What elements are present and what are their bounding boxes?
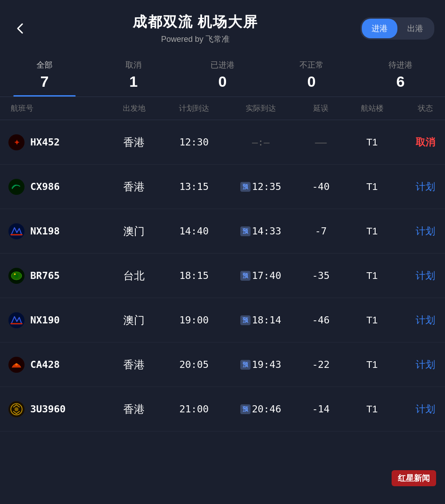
col-delay: 延误 [296,103,345,113]
flight-number-cell: ✦ HX452 [7,133,105,152]
flight-planned: 18:15 [163,270,225,281]
flight-delay: -40 [296,181,345,192]
pre-badge: 预 [240,182,251,192]
flight-status: 取消 [399,136,445,149]
flight-actual: —:— [225,137,296,148]
flight-number: NX198 [30,226,60,237]
pre-badge: 预 [240,226,251,236]
flight-planned: 21:00 [163,403,225,415]
stat-pending[interactable]: 待进港 6 [356,60,445,97]
flight-terminal: T1 [345,181,399,193]
col-actual: 实际到达 [225,103,296,113]
stat-arrived-value: 0 [178,73,267,90]
flight-terminal: T1 [345,403,399,415]
flight-delay: -46 [296,314,345,326]
flight-terminal: T1 [345,270,399,282]
pre-badge: 预 [240,315,251,325]
flight-status: 计划 [399,403,445,416]
flight-origin: 台北 [105,269,163,283]
svg-text:✦: ✦ [14,138,20,146]
flight-origin: 澳门 [105,313,163,327]
flight-number-cell: 3U3960 [7,400,105,419]
table-row: CA428 香港 20:05 预 19:43 -22 T1 计划 [0,343,445,387]
flight-delay: —— [296,137,345,148]
flight-number: CA428 [30,359,60,370]
stat-cancelled[interactable]: 取消 1 [89,60,178,97]
stat-all-label: 全部 [0,60,89,70]
flight-terminal: T1 [345,314,399,326]
pre-badge: 预 [240,404,251,414]
flight-actual: 预 18:14 [225,314,296,326]
arrive-toggle[interactable]: 进港 [362,19,397,38]
flight-delay: -35 [296,270,345,281]
flight-number: NX190 [30,314,60,326]
table-row: CX986 香港 13:15 预 12:35 -40 T1 计划 [0,165,445,209]
flight-number-cell: BR765 [7,266,105,285]
stat-abnormal-value: 0 [267,73,356,90]
table-row: ✦ HX452 香港 12:30 —:— —— T1 取消 [0,120,445,165]
flight-delay: -14 [296,403,345,415]
flight-origin: 澳门 [105,224,163,238]
svg-point-2 [8,178,24,194]
svg-rect-5 [10,234,22,235]
actual-time: 20:46 [252,403,281,415]
actual-time: 12:35 [252,181,281,192]
stat-all[interactable]: 全部 7 [0,60,89,97]
svg-point-14 [15,363,17,365]
flight-status: 计划 [399,358,445,371]
flight-actual: 预 19:43 [225,359,296,370]
flight-number-cell: CA428 [7,355,105,374]
stat-pending-label: 待进港 [356,60,445,70]
flight-actual: 预 12:35 [225,181,296,192]
airline-logo-cx [7,177,26,196]
airline-logo-hx: ✦ [7,133,26,152]
flight-planned: 19:00 [163,314,225,326]
stat-abnormal-label: 不正常 [267,60,356,70]
page-title: 成都双流 机场大屏 [30,12,360,32]
stat-arrived-label: 已进港 [178,60,267,70]
col-status: 状态 [399,103,445,113]
flight-number: BR765 [30,270,60,281]
pre-badge: 预 [240,271,251,281]
airline-logo-br [7,266,26,285]
flight-actual: 预 17:40 [225,270,296,281]
flight-planned: 14:40 [163,226,225,237]
arrive-depart-toggle: 进港 出港 [360,17,434,40]
table-row: NX190 澳门 19:00 预 18:14 -46 T1 计划 [0,298,445,343]
flight-delay: -7 [296,226,345,237]
flight-status: 计划 [399,269,445,282]
flight-origin: 香港 [105,180,163,194]
airline-logo-ca [7,355,26,374]
flight-list: ✦ HX452 香港 12:30 —:— —— T1 取消 CX986 香港 1… [0,120,445,431]
header: 成都双流 机场大屏 Powered by 飞常准 进港 出港 [0,0,445,52]
stat-all-value: 7 [0,73,89,90]
stat-cancelled-value: 1 [89,73,178,90]
back-button[interactable] [11,19,30,38]
col-planned: 计划到达 [163,103,225,113]
stat-arrived[interactable]: 已进港 0 [178,60,267,97]
stat-abnormal[interactable]: 不正常 0 [267,60,356,97]
flight-number: HX452 [30,137,60,148]
airline-logo-nx2 [7,311,26,330]
flight-terminal: T1 [345,359,399,371]
flight-status: 计划 [399,314,445,327]
table-row: 3U3960 香港 21:00 预 20:46 -14 T1 计划 [0,387,445,431]
flight-number-cell: NX198 [7,222,105,241]
actual-time: 19:43 [252,359,281,370]
flight-status: 计划 [399,180,445,194]
stat-cancelled-label: 取消 [89,60,178,70]
actual-time: 18:14 [252,314,281,326]
flight-planned: 13:15 [163,181,225,192]
svg-point-17 [14,407,18,411]
airline-logo-nx [7,222,26,241]
column-headers: 航班号 出发地 计划到达 实际到达 延误 航站楼 状态 [0,97,445,120]
airline-logo-3u [7,400,26,419]
depart-toggle[interactable]: 出港 [397,19,433,38]
flight-number: 3U3960 [30,403,65,415]
svg-point-9 [14,273,16,275]
flight-status: 计划 [399,225,445,238]
flight-number-cell: NX190 [7,311,105,330]
flight-number: CX986 [30,181,60,192]
col-origin: 出发地 [105,103,163,113]
flight-origin: 香港 [105,358,163,372]
